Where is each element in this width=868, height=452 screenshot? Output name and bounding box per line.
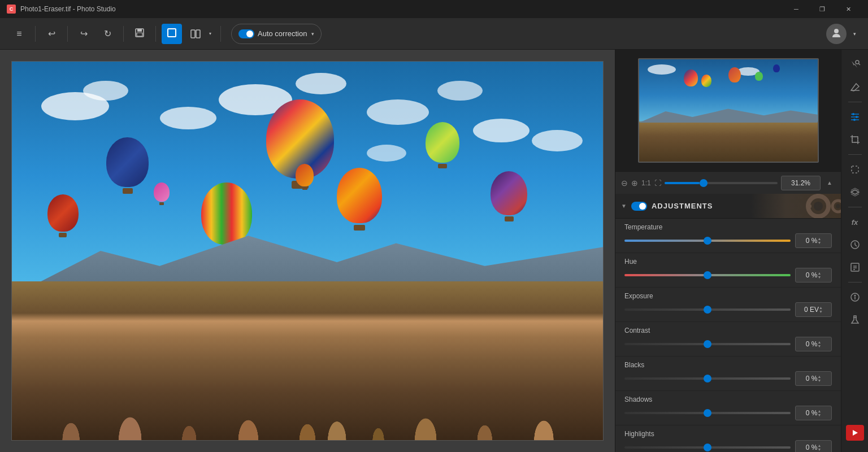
save-button[interactable] — [129, 24, 150, 44]
auto-correction-button[interactable]: Auto correction ▾ — [231, 24, 322, 44]
main-area: ⊖ ⊕ 1:1 ⛶ 31.2% ▲ — [0, 50, 868, 452]
svg-rect-11 — [807, 205, 811, 208]
balloon-dark-right — [491, 171, 527, 221]
hue-slider[interactable] — [624, 274, 791, 276]
zoom-out-icon[interactable]: ⊖ — [621, 179, 628, 188]
blacks-stepper[interactable]: ▲▼ — [817, 375, 821, 383]
window-title: Photo1-Eraser.tif - Photo Studio — [20, 5, 116, 13]
hue-label: Hue — [624, 258, 832, 266]
adjustments-toggle[interactable] — [631, 202, 647, 211]
adjustments-header: ▼ ADJUSTMENTS — [615, 194, 841, 219]
exposure-value[interactable]: 0 EV ▲▼ — [795, 302, 832, 317]
cloud-2 — [83, 81, 128, 101]
metadata-icon[interactable] — [845, 257, 865, 277]
close-button[interactable]: ✕ — [835, 0, 861, 18]
undo-button[interactable]: ↩ — [41, 24, 62, 44]
zoom-slider[interactable] — [665, 182, 778, 184]
exposure-control: 0 EV ▲▼ — [624, 302, 832, 317]
contrast-thumb[interactable] — [704, 340, 711, 348]
zoom-value[interactable]: 31.2% — [781, 176, 821, 190]
shadows-slider[interactable] — [624, 412, 791, 414]
more-options-button[interactable]: ▾ — [850, 24, 859, 44]
balloon-blue-left — [106, 137, 149, 194]
auto-correction-toggle[interactable] — [238, 29, 254, 38]
highlights-thumb[interactable] — [704, 444, 711, 451]
toolbar-separator-3 — [123, 26, 124, 42]
menu-button[interactable]: ≡ — [9, 24, 29, 44]
contrast-slider[interactable] — [624, 343, 791, 345]
svg-point-37 — [854, 295, 856, 296]
history-icon[interactable] — [845, 234, 865, 255]
svg-marker-39 — [853, 430, 858, 436]
exposure-stepper[interactable]: ▲▼ — [819, 306, 823, 314]
undo2-icon: ↪ — [80, 28, 88, 39]
zoom-in-icon[interactable]: ⊕ — [631, 179, 638, 188]
undo2-button[interactable]: ↪ — [73, 24, 94, 44]
svg-rect-9 — [816, 194, 821, 198]
adjustments-collapse-icon[interactable]: ▼ — [621, 203, 627, 209]
view-split-button[interactable]: ▾ — [185, 24, 215, 44]
restore-button[interactable]: ❐ — [809, 0, 835, 18]
contrast-value[interactable]: 0 % ▲▼ — [795, 337, 832, 351]
canvas-area[interactable] — [0, 50, 615, 452]
exposure-thumb[interactable] — [704, 306, 711, 314]
user-button[interactable] — [826, 24, 847, 44]
view-split-arrow-icon[interactable]: ▾ — [206, 24, 215, 44]
lab-panel-icon[interactable] — [845, 310, 865, 330]
adjustments-panel-icon[interactable] — [845, 107, 865, 127]
contrast-stepper[interactable]: ▲▼ — [817, 340, 821, 348]
shadows-stepper[interactable]: ▲▼ — [817, 409, 821, 417]
zoom-fit-icon[interactable]: ⛶ — [654, 179, 661, 187]
tool-strip: fx — [841, 50, 868, 452]
svg-point-27 — [853, 119, 856, 121]
tool-separator-3 — [848, 207, 862, 207]
view-single-button[interactable] — [162, 24, 182, 44]
highlights-stepper[interactable]: ▲▼ — [817, 444, 821, 451]
selection-icon[interactable] — [845, 159, 865, 180]
temperature-slider[interactable] — [624, 240, 791, 242]
adjustment-shadows: Shadows 0 % ▲▼ — [615, 391, 841, 425]
thumbnail-image — [638, 58, 819, 163]
shadows-label: Shadows — [624, 395, 832, 403]
exposure-label: Exposure — [624, 292, 832, 300]
minimize-button[interactable]: ─ — [783, 0, 809, 18]
temperature-stepper[interactable]: ▲▼ — [817, 237, 821, 245]
blacks-slider[interactable] — [624, 377, 791, 380]
temperature-value[interactable]: 0 % ▲▼ — [795, 233, 832, 248]
info-panel-icon[interactable] — [845, 287, 865, 307]
hue-value[interactable]: 0 % ▲▼ — [795, 268, 832, 282]
highlights-value[interactable]: 0 % ▲▼ — [795, 440, 832, 452]
balloon-green-right — [426, 122, 459, 167]
eraser-icon[interactable] — [845, 77, 865, 97]
user-icon — [831, 27, 842, 41]
zoom-actual-icon[interactable]: 1:1 — [641, 179, 651, 187]
toolbar-separator-4 — [155, 26, 156, 42]
hue-stepper[interactable]: ▲▼ — [817, 271, 821, 279]
temperature-thumb[interactable] — [704, 237, 711, 245]
smart-select-icon[interactable] — [845, 54, 865, 75]
highlights-slider[interactable] — [624, 446, 791, 449]
cloud-7 — [437, 81, 483, 101]
exposure-slider[interactable] — [624, 308, 791, 311]
layers-panel-icon[interactable] — [845, 182, 865, 202]
shadows-thumb[interactable] — [704, 409, 711, 417]
svg-point-23 — [852, 113, 854, 115]
cloud-8 — [473, 119, 530, 142]
cloud-3 — [160, 107, 216, 129]
view-split-icon — [185, 24, 206, 44]
zoom-slider-thumb[interactable] — [700, 179, 708, 187]
adjustment-temperature: Temperature 0 % ▲▼ — [615, 219, 841, 253]
redo-button[interactable]: ↻ — [97, 24, 118, 44]
blacks-thumb[interactable] — [704, 375, 711, 383]
hue-thumb[interactable] — [704, 271, 711, 279]
titlebar: C Photo1-Eraser.tif - Photo Studio ─ ❐ ✕ — [0, 0, 868, 18]
play-button[interactable] — [846, 425, 864, 441]
zoom-slider-fill — [665, 182, 700, 184]
zoom-collapse-button[interactable]: ▲ — [824, 177, 835, 189]
crop-tool-icon[interactable] — [845, 129, 865, 150]
shadows-value[interactable]: 0 % ▲▼ — [795, 406, 832, 420]
adjustment-highlights: Highlights 0 % ▲▼ — [615, 425, 841, 452]
effects-panel-icon[interactable]: fx — [845, 212, 865, 232]
blacks-value[interactable]: 0 % ▲▼ — [795, 371, 832, 386]
undo-icon: ↩ — [48, 28, 55, 39]
